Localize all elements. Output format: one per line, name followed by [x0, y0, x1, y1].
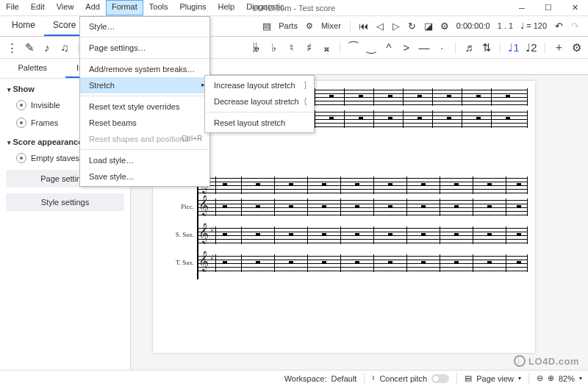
zoom-out-icon[interactable]: ⊖	[537, 374, 543, 383]
tuning-fork-icon: ♮	[372, 374, 375, 383]
stretch-decrease-label: Decrease layout stretch	[214, 97, 299, 106]
parts-label[interactable]: Parts	[277, 21, 299, 30]
format-stretch[interactable]: Stretch ▸	[80, 77, 209, 93]
instrument-label-ssax: S. Sax.	[176, 231, 194, 238]
add-icon[interactable]: ＋	[551, 39, 566, 57]
stretch-submenu: Increase layout stretch } Decrease layou…	[204, 75, 315, 133]
shortcut: {	[304, 97, 306, 105]
treble-clef-icon: 𝄞	[198, 224, 209, 243]
double-flat-icon[interactable]: 𝄫	[248, 39, 263, 57]
double-sharp-icon[interactable]: 𝄪	[319, 39, 334, 57]
format-system-breaks[interactable]: Add/remove system breaks…	[80, 61, 209, 77]
page-view-select[interactable]: Page view	[476, 374, 514, 383]
sharp-icon[interactable]: ♯	[301, 39, 316, 57]
palettes-tab[interactable]: Palettes	[0, 59, 65, 78]
concert-pitch-label: Concert pitch	[379, 374, 427, 383]
format-reset-shapes: Reset shapes and positions Ctrl+R	[80, 131, 209, 147]
format-page-settings[interactable]: Page settings…	[80, 40, 209, 56]
mixer-icon[interactable]: ⚙	[304, 20, 315, 32]
watermark: LO4D.com	[514, 355, 579, 367]
menu-help[interactable]: Help	[212, 0, 241, 15]
mixer-label[interactable]: Mixer	[320, 21, 343, 30]
separator	[528, 373, 529, 385]
staccato-icon[interactable]: ·	[434, 39, 449, 57]
undo-icon[interactable]: ↶	[553, 20, 564, 32]
rewind-icon[interactable]: ⏮	[358, 20, 370, 32]
natural-icon[interactable]: ♮	[284, 39, 298, 57]
menubar: File Edit View Add Format Tools Plugins …	[0, 0, 290, 15]
instrument-label-picc: Picc.	[181, 203, 194, 210]
marcato-icon[interactable]: ^	[381, 39, 396, 57]
stretch-decrease[interactable]: Decrease layout stretch {	[205, 93, 314, 110]
flip-icon[interactable]: ⇅	[479, 39, 494, 57]
tuplet-icon[interactable]: ♬	[462, 39, 476, 57]
eye-icon	[16, 153, 26, 163]
style-settings-button[interactable]: Style settings	[6, 193, 124, 211]
separator	[500, 42, 501, 54]
accent-icon[interactable]: >	[399, 39, 414, 57]
settings-icon[interactable]: ⚙	[439, 20, 451, 32]
treble-clef-icon: 𝄞	[198, 251, 209, 271]
separator	[364, 373, 365, 385]
menu-format[interactable]: Format	[106, 0, 143, 15]
note-input-icon[interactable]: ✎	[22, 39, 37, 57]
concert-pitch-toggle[interactable]	[431, 374, 449, 383]
loop-icon[interactable]: ↻	[406, 20, 418, 32]
tie-icon[interactable]: ⁀	[346, 39, 361, 57]
shortcut: }	[304, 81, 306, 89]
metronome-icon[interactable]: ◪	[423, 20, 434, 32]
watermark-logo-icon	[514, 355, 526, 367]
separator	[81, 37, 209, 37]
slur-icon[interactable]: ‿	[364, 39, 379, 57]
titlebar: File Edit View Add Format Tools Plugins …	[0, 0, 588, 16]
zoom-in-icon[interactable]: ⊕	[548, 374, 554, 383]
separator	[340, 42, 340, 54]
chevron-down-icon[interactable]: ▾	[518, 375, 521, 382]
format-save-style[interactable]: Save style…	[80, 168, 209, 185]
format-reset-beams[interactable]: Reset beams	[80, 115, 209, 131]
voice-2-icon[interactable]: ♩2	[524, 39, 539, 57]
prev-icon[interactable]: ◁	[374, 20, 386, 32]
separator	[456, 373, 457, 385]
statusbar: Workspace: Default ♮ Concert pitch ▤ Pag…	[0, 370, 588, 386]
menu-view[interactable]: View	[51, 0, 80, 15]
maximize-button[interactable]: ☐	[535, 0, 562, 16]
tempo: ♩ = 120	[519, 21, 548, 31]
flat-icon[interactable]: ♭	[266, 39, 281, 57]
workspace-value[interactable]: Default	[331, 374, 357, 383]
menu-file[interactable]: File	[0, 0, 25, 15]
play-icon[interactable]: ▷	[390, 20, 402, 32]
separator	[206, 112, 313, 112]
toolbar-menu-icon[interactable]: ⋮	[4, 39, 19, 57]
note-16th-beam-icon[interactable]: ♫	[57, 39, 72, 57]
voice-1-icon[interactable]: ♩1	[506, 39, 521, 57]
stretch-increase[interactable]: Increase layout stretch }	[205, 77, 314, 93]
tab-home[interactable]: Home	[3, 15, 44, 36]
menu-tools[interactable]: Tools	[143, 0, 174, 15]
zoom-level[interactable]: 82%	[559, 374, 575, 383]
gear-icon[interactable]: ⚙	[569, 39, 584, 57]
playback-pos: 1 . 1	[496, 21, 514, 30]
parts-icon[interactable]: ▤	[261, 20, 273, 32]
window-title: LO4D.com - Test score	[253, 4, 335, 12]
note-8th-icon[interactable]: ♪	[40, 39, 54, 57]
separator	[350, 20, 351, 32]
shortcut: Ctrl+R	[182, 135, 203, 143]
menu-edit[interactable]: Edit	[25, 0, 51, 15]
menu-add[interactable]: Add	[79, 0, 106, 15]
format-stretch-label: Stretch	[89, 81, 115, 90]
close-button[interactable]: ✕	[562, 0, 588, 16]
chevron-down-icon[interactable]: ▾	[579, 375, 582, 382]
tenuto-icon[interactable]: —	[417, 39, 431, 57]
separator	[545, 42, 545, 54]
format-load-style[interactable]: Load style…	[80, 152, 209, 168]
redo-icon[interactable]: ↷	[569, 20, 581, 32]
minimize-button[interactable]: ─	[509, 0, 535, 16]
stretch-reset[interactable]: Reset layout stretch	[205, 115, 314, 131]
instrument-label-tsax: T. Sax.	[176, 259, 194, 266]
stretch-increase-label: Increase layout stretch	[214, 81, 295, 90]
menu-plugins[interactable]: Plugins	[173, 0, 212, 15]
format-reset-text[interactable]: Reset text style overrides	[80, 99, 209, 115]
format-style[interactable]: Style…	[80, 18, 209, 35]
page-view-icon: ▤	[465, 374, 472, 383]
